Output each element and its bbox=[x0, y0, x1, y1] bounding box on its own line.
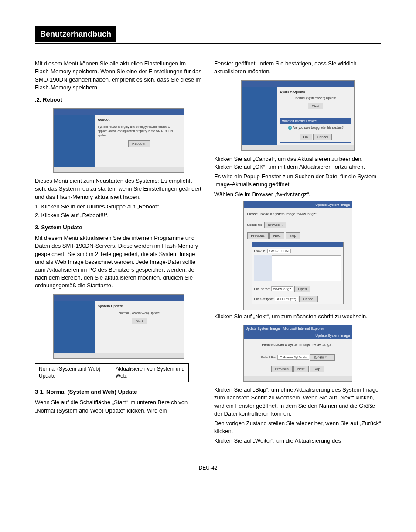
section-3-1-title: 3-1. Normal (System and Web) Update bbox=[35, 388, 202, 396]
popup-para: Es wird ein Popup-Fenster zum Suchen der… bbox=[214, 173, 381, 188]
left-column: Mit diesem Menü können Sie alle aktuelle… bbox=[35, 60, 202, 447]
update-table-right: Aktualisieren von System und Web. bbox=[112, 364, 188, 382]
confirm-popup: Microsoft Internet Explorer ? Are you su… bbox=[280, 118, 351, 143]
select-file-next: Next bbox=[293, 366, 308, 372]
section-2-title: .2. Reboot bbox=[35, 96, 202, 104]
reboot-steps: Klicken Sie in der Utilities-Gruppe auf … bbox=[35, 203, 202, 219]
select-file-skip: Skip bbox=[310, 366, 324, 372]
choose-file-titlebar bbox=[252, 242, 343, 247]
file-browse-label: Select file: bbox=[247, 223, 263, 227]
file-browse-next: Next bbox=[269, 232, 284, 239]
confirm-cancel-button: Cancel bbox=[313, 134, 332, 140]
section-3-title: 3. System Update bbox=[35, 224, 202, 232]
filename-label: File name: bbox=[254, 287, 270, 291]
figure-update-sidebar bbox=[54, 301, 95, 353]
choose-file-open: Open bbox=[294, 286, 311, 292]
figure-update-button: Start bbox=[132, 318, 147, 324]
continuation-para: Fenster geöffnet, indem Sie bestätigen, … bbox=[214, 60, 381, 75]
file-browse-previous: Previous bbox=[247, 232, 269, 239]
figure-reboot-text: System reboot is highly and strongly rec… bbox=[98, 125, 181, 137]
figure-reboot: Reboot System reboot is highly and stron… bbox=[53, 108, 184, 173]
figure-update-text: Normal (System/Web) Update bbox=[98, 311, 181, 315]
question-icon: ? bbox=[288, 126, 292, 130]
right-column: Fenster geöffnet, indem Sie bestätigen, … bbox=[214, 60, 381, 447]
confirm-popup-body: ? Are you sure to upgrade this system? O… bbox=[280, 124, 351, 142]
reboot-step-1: Klicken Sie in der Utilities-Gruppe auf … bbox=[35, 203, 202, 211]
select-file-previous: Previous bbox=[271, 366, 293, 372]
content-columns: Mit diesem Menü können Sie alle aktuelle… bbox=[35, 60, 381, 447]
figure-reboot-titlebar bbox=[54, 109, 184, 115]
select-file-path: C:\home\ftp\fw-dv bbox=[277, 355, 309, 360]
select-file-status bbox=[244, 376, 352, 381]
figure-update-status bbox=[54, 353, 184, 358]
figure-file-browse: Update System Image Please upload a Syst… bbox=[243, 201, 352, 310]
figure-confirm-text: Normal (System/Web) Update bbox=[280, 96, 351, 100]
file-browse-button: Browse... bbox=[264, 222, 286, 228]
reboot-description: Dieses Menü dient zum Neustarten des Sys… bbox=[35, 177, 202, 201]
select-file-instruction: Please upload a System Image "fw-dvr.tar… bbox=[247, 342, 348, 347]
confirm-ok-button: OK bbox=[300, 134, 313, 140]
select-file-label: Select file: bbox=[260, 355, 276, 359]
figure-update-titlebar bbox=[54, 295, 184, 301]
figure-confirm: System Update Normal (System/Web) Update… bbox=[241, 80, 355, 151]
choose-file-dialog: Look in: SMT-190DN File name: fw-rw.tar.… bbox=[252, 242, 344, 305]
figure-confirm-sidebar bbox=[242, 87, 278, 145]
choose-file-side-icons bbox=[254, 255, 272, 281]
filetype-label: Files of type: bbox=[254, 297, 274, 301]
file-browse-instruction: Please upload a System Image "fw-rw.tar.… bbox=[247, 211, 348, 216]
filename-value: fw-rw.tar.gz bbox=[271, 286, 293, 291]
intro-paragraph: Mit diesem Menü können Sie alle aktuelle… bbox=[35, 60, 202, 92]
select-file-window-title: Update System Image - Microsoft Internet… bbox=[244, 325, 352, 332]
figure-reboot-button: Reboot!!! bbox=[128, 140, 150, 147]
figure-confirm-heading: System Update bbox=[280, 89, 351, 94]
weiter-para: Klicken Sie auf „Weiter“, um die Aktuali… bbox=[214, 437, 381, 445]
select-file-browse: 찾아보기... bbox=[310, 354, 335, 361]
figure-confirm-content: System Update Normal (System/Web) Update… bbox=[277, 87, 354, 145]
update-description: Mit diesem Menü aktualisieren Sie die in… bbox=[35, 234, 202, 290]
figure-select-file: Update System Image - Microsoft Internet… bbox=[243, 325, 352, 382]
filetype-value: All Files (*.*) bbox=[275, 297, 298, 301]
browse-para: Wählen Sie im Browser „fw-dvr.tar.gz“. bbox=[214, 191, 381, 198]
file-browse-skip: Skip bbox=[286, 232, 300, 239]
skip-para: Klicken Sie auf „Skip“, um ohne Aktualis… bbox=[214, 386, 381, 418]
file-browse-title: Update System Image bbox=[244, 201, 352, 208]
choose-file-cancel: Cancel bbox=[299, 296, 318, 302]
file-browse-body: Please upload a System Image "fw-rw.tar.… bbox=[244, 208, 352, 310]
figure-reboot-content: Reboot System reboot is highly and stron… bbox=[95, 115, 184, 167]
figure-reboot-status bbox=[54, 167, 184, 172]
choose-file-list bbox=[272, 255, 341, 281]
page-header: Benutzerhandbuch bbox=[35, 26, 381, 44]
figure-update-content: System Update Normal (System/Web) Update… bbox=[95, 301, 184, 353]
next-para: Klicken Sie auf „Next“, um zum nächsten … bbox=[214, 313, 381, 321]
choose-file-lookin: Look in: SMT-190DN bbox=[254, 249, 341, 253]
reboot-step-2: Klicken Sie auf „Reboot!!!“. bbox=[35, 211, 202, 219]
cancel-para: Klicken Sie auf „Cancel“, um das Aktuali… bbox=[214, 155, 381, 171]
figure-confirm-titlebar bbox=[242, 81, 354, 87]
figure-reboot-heading: Reboot bbox=[98, 117, 181, 122]
lookin-value: SMT-190DN bbox=[267, 249, 291, 253]
confirm-popup-text: Are you sure to upgrade this system? bbox=[293, 126, 344, 129]
figure-confirm-start: Start bbox=[308, 103, 323, 109]
figure-update-heading: System Update bbox=[98, 304, 181, 308]
header-rule bbox=[35, 43, 381, 44]
back-para: Den vorigen Zustand stellen Sie wieder h… bbox=[214, 419, 381, 435]
page-number: DEU-42 bbox=[35, 464, 381, 472]
figure-update: System Update Normal (System/Web) Update… bbox=[53, 294, 184, 359]
figure-confirm-status bbox=[242, 145, 354, 150]
choose-file-body: Look in: SMT-190DN File name: fw-rw.tar.… bbox=[252, 247, 343, 304]
section-3-1-para: Wenn Sie auf die Schaltfläche „Start“ im… bbox=[35, 399, 202, 414]
figure-reboot-sidebar bbox=[54, 115, 95, 167]
lookin-label: Look in: bbox=[254, 249, 266, 253]
update-table-left: Normal (System and Web) Update bbox=[35, 364, 112, 382]
select-file-body: Please upload a System Image "fw-dvr.tar… bbox=[244, 339, 352, 376]
header-title: Benutzerhandbuch bbox=[35, 26, 116, 42]
select-file-title: Update System Image bbox=[244, 332, 352, 339]
update-table: Normal (System and Web) Update Aktualisi… bbox=[35, 363, 189, 382]
confirm-popup-title: Microsoft Internet Explorer bbox=[280, 119, 351, 124]
